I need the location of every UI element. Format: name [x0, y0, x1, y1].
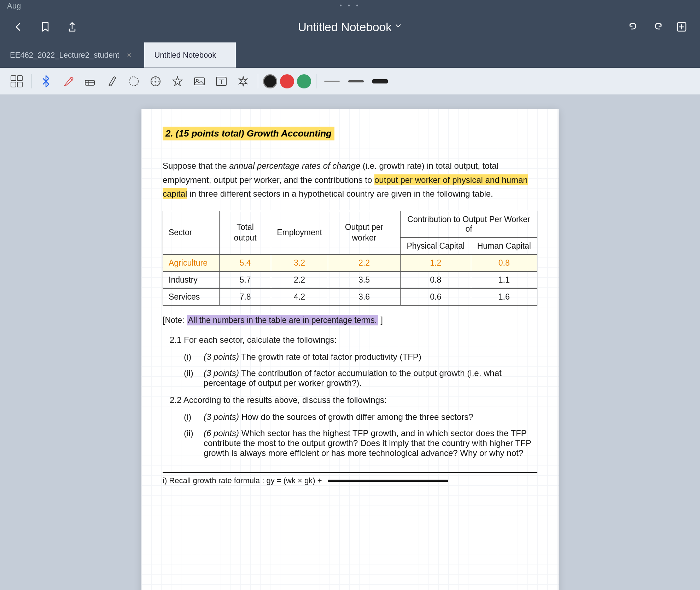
title-bar: Untitled Notebook	[0, 11, 700, 42]
q22-ii: (ii) (6 points) Which sector has the hig…	[184, 428, 537, 458]
color-green[interactable]	[297, 74, 311, 88]
cell-sector-ind: Industry	[163, 271, 220, 288]
q21-i-roman: (i)	[184, 352, 198, 362]
share-button[interactable]	[64, 19, 80, 35]
th-employment: Employment	[271, 211, 328, 254]
svg-rect-4	[17, 82, 22, 87]
pen-tool[interactable]	[58, 72, 77, 91]
cell-emp-agr: 3.2	[271, 254, 328, 271]
tab-untitled[interactable]: Untitled Notebook	[144, 42, 236, 68]
aug-label: Aug	[7, 1, 21, 11]
note-text: [Note: All the numbers in the table are …	[163, 316, 537, 325]
th-output-per-worker: Output per worker	[328, 211, 400, 254]
cell-output-ind: 5.7	[220, 271, 271, 288]
image-tool[interactable]	[190, 72, 209, 91]
note-highlighted: All the numbers in the table are in perc…	[187, 315, 378, 325]
intro-italic: annual percentage rates of change	[229, 161, 360, 170]
handwritten-text: i) Recall growth rate formula : gy = (wk…	[163, 476, 322, 485]
title-chevron[interactable]	[395, 22, 402, 32]
th-physical-capital: Physical Capital	[401, 237, 471, 254]
svg-rect-8	[194, 78, 204, 85]
cell-hc-agr: 0.8	[471, 254, 537, 271]
line-thick[interactable]	[369, 76, 391, 86]
th-human-capital: Human Capital	[471, 237, 537, 254]
cell-hc-ind: 1.1	[471, 271, 537, 288]
tab-close-icon[interactable]: ×	[124, 50, 134, 60]
strikethrough-decoration	[328, 480, 448, 482]
th-contribution: Contribution to Output Per Worker of	[401, 211, 537, 237]
title-bar-left	[11, 19, 80, 35]
data-table: Sector Total output Employment Output pe…	[163, 211, 537, 306]
title-bar-center: Untitled Notebook	[298, 20, 402, 34]
closing-text: in three different sectors in a hypothet…	[189, 189, 493, 198]
star-tool[interactable]	[168, 72, 187, 91]
q21-label: 2.1 For each sector, calculate the follo…	[170, 335, 537, 345]
cell-sector-svc: Services	[163, 288, 220, 305]
q21-i-points: (3 points)	[204, 352, 239, 361]
tab-bar: EE462_2022_Lecture2_student × Untitled N…	[0, 42, 700, 68]
q22-ii-roman: (ii)	[184, 428, 198, 458]
cell-output-agr: 5.4	[220, 254, 271, 271]
page-content: 2. (15 points total) Growth Accounting S…	[163, 127, 537, 485]
q21-ii-points: (3 points)	[204, 368, 239, 378]
cell-pc-agr: 1.2	[401, 254, 471, 271]
question-header: 2. (15 points total) Growth Accounting	[163, 127, 334, 140]
tab-lecture2[interactable]: EE462_2022_Lecture2_student ×	[0, 42, 144, 68]
cell-emp-ind: 2.2	[271, 271, 328, 288]
table-row-industry: Industry 5.7 2.2 3.5 0.8 1.1	[163, 271, 537, 288]
grid-tool[interactable]	[7, 72, 26, 91]
cell-hc-svc: 1.6	[471, 288, 537, 305]
three-dots: • • •	[340, 2, 361, 10]
question-title: Growth Accounting	[247, 128, 332, 139]
sep2	[258, 74, 258, 88]
color-black[interactable]	[263, 74, 277, 88]
intro-paragraph: Suppose that the annual percentage rates…	[163, 159, 537, 201]
q21-ii-text: The contribution of factor accumulation …	[204, 368, 502, 388]
svg-rect-1	[11, 76, 16, 81]
svg-rect-2	[17, 76, 22, 81]
note-suffix: ]	[381, 316, 383, 325]
line-thin[interactable]	[321, 78, 343, 85]
sep1	[31, 74, 31, 88]
eraser-tool[interactable]	[80, 72, 99, 91]
question-points: (15 points total)	[176, 128, 244, 139]
q22-i-text: How do the sources of growth differ amon…	[241, 412, 473, 422]
title-bar-right	[626, 19, 689, 35]
q22-label: 2.2 According to the results above, disc…	[170, 395, 537, 405]
note-prefix: [Note:	[163, 316, 187, 325]
th-sector: Sector	[163, 211, 220, 254]
cell-pc-svc: 0.6	[401, 288, 471, 305]
q21-i-text: The growth rate of total factor producti…	[241, 352, 421, 361]
q22-i: (i) (3 points) How do the sources of gro…	[184, 412, 537, 422]
toolbar	[0, 68, 700, 95]
pencil-tool[interactable]	[102, 72, 121, 91]
svg-rect-5	[85, 80, 94, 85]
cell-opw-ind: 3.5	[328, 271, 400, 288]
q22-i-roman: (i)	[184, 412, 198, 422]
cell-sector-agr: Agriculture	[163, 254, 220, 271]
line-medium[interactable]	[345, 77, 367, 85]
tab-untitled-label: Untitled Notebook	[154, 51, 216, 60]
undo-button[interactable]	[626, 19, 641, 35]
selection-tool[interactable]	[124, 72, 143, 91]
color-red[interactable]	[280, 74, 294, 88]
shapes-tool[interactable]	[146, 72, 165, 91]
table-row-agriculture: Agriculture 5.4 3.2 2.2 1.2 0.8	[163, 254, 537, 271]
sep3	[316, 74, 316, 88]
q21-i: (i) (3 points) The growth rate of total …	[184, 352, 537, 362]
redo-button[interactable]	[650, 19, 665, 35]
text-tool[interactable]	[212, 72, 231, 91]
notebook-page: 2. (15 points total) Growth Accounting S…	[141, 109, 559, 590]
add-page-button[interactable]	[674, 19, 689, 35]
question-number: 2.	[165, 128, 173, 139]
bluetooth-icon[interactable]	[36, 72, 56, 91]
svg-rect-3	[11, 82, 16, 87]
bookmark-button[interactable]	[37, 19, 53, 35]
magic-tool[interactable]	[234, 72, 253, 91]
svg-point-6	[129, 77, 138, 86]
cell-pc-ind: 0.8	[401, 271, 471, 288]
handwritten-area: i) Recall growth rate formula : gy = (wk…	[163, 472, 537, 485]
tab-lecture2-label: EE462_2022_Lecture2_student	[10, 51, 119, 60]
cell-emp-svc: 4.2	[271, 288, 328, 305]
back-button[interactable]	[11, 19, 26, 35]
